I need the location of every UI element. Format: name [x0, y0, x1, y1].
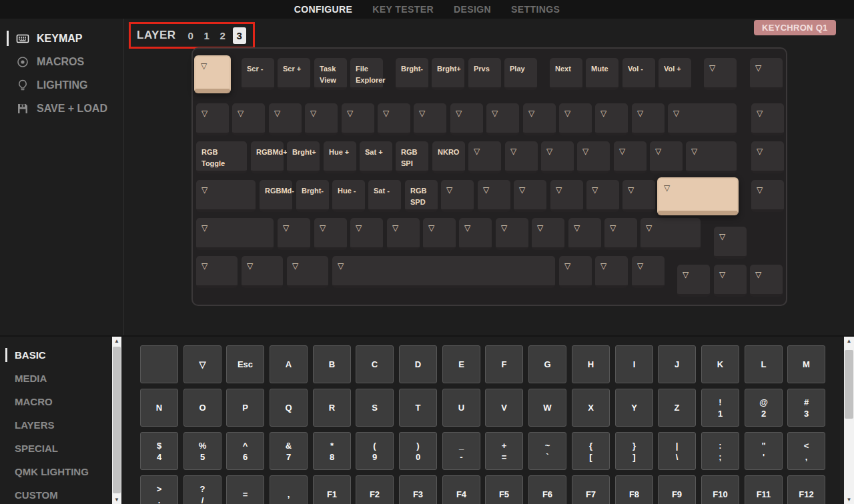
picker-key[interactable]: E: [442, 345, 480, 383]
picker-key[interactable]: >.: [140, 475, 178, 504]
keymap-key[interactable]: RGBMd-: [260, 180, 292, 212]
keymap-key[interactable]: ▽: [505, 141, 538, 173]
picker-key[interactable]: (9: [356, 432, 394, 470]
keymap-key-arrow-down[interactable]: ▽: [714, 265, 747, 297]
keymap-key[interactable]: ▽: [640, 218, 701, 250]
picker-key[interactable]: N: [140, 389, 178, 427]
keymap-key[interactable]: Brght-: [396, 58, 428, 90]
keymap-key[interactable]: Vol -: [622, 58, 655, 90]
keymap-key[interactable]: ▽: [232, 103, 265, 135]
picker-key[interactable]: W: [528, 389, 566, 427]
picker-key[interactable]: C: [356, 345, 394, 383]
keymap-key[interactable]: RGBSPI: [396, 141, 428, 173]
sidebar-item-keymap[interactable]: KEYMAP: [0, 27, 123, 50]
keymap-key[interactable]: Scr -: [242, 58, 274, 90]
keymap-key[interactable]: ▽: [414, 103, 446, 135]
keymap-key[interactable]: Hue +: [324, 141, 356, 173]
picker-key[interactable]: ▽: [183, 345, 222, 383]
picker-key[interactable]: |\: [658, 432, 696, 470]
keymap-key[interactable]: FileExplorer: [350, 58, 383, 90]
picker-key[interactable]: F3: [399, 475, 437, 504]
picker-key[interactable]: Q: [270, 389, 308, 427]
keymap-key[interactable]: ▽: [196, 218, 274, 250]
picker-key[interactable]: Z: [658, 389, 696, 427]
keymap-key[interactable]: Brght-: [296, 180, 329, 212]
picker-key[interactable]: G: [528, 345, 566, 383]
picker-key[interactable]: <,: [787, 432, 825, 470]
picker-key[interactable]: F5: [485, 475, 523, 504]
keymap-key[interactable]: ▽: [486, 103, 519, 135]
keymap-key[interactable]: Next: [550, 58, 582, 90]
keymap-key[interactable]: RGBMd+: [251, 141, 284, 173]
keymap-key[interactable]: ▽: [751, 141, 784, 173]
keymap-key[interactable]: ▽: [342, 103, 374, 135]
sidebar-item-lighting[interactable]: LIGHTING: [0, 73, 123, 97]
keymap-key[interactable]: ▽: [196, 180, 256, 212]
layer-option-2[interactable]: 2: [215, 27, 231, 44]
tab-key-tester[interactable]: KEY TESTER: [372, 4, 434, 15]
layer-option-1[interactable]: 1: [199, 27, 215, 44]
picker-key[interactable]: *8: [313, 432, 351, 470]
picker-key[interactable]: U: [442, 389, 480, 427]
keymap-key[interactable]: ▽: [550, 180, 583, 212]
picker-key[interactable]: K: [701, 345, 739, 383]
picker-key[interactable]: F6: [528, 475, 566, 504]
picker-key[interactable]: P: [226, 389, 264, 427]
keymap-key[interactable]: Hue -: [332, 180, 365, 212]
keymap-key[interactable]: ▽: [614, 141, 647, 173]
keymap-key[interactable]: Sat -: [368, 180, 401, 212]
category-media[interactable]: MEDIA: [0, 367, 112, 390]
keymap-key[interactable]: RGBSPD: [405, 180, 438, 212]
keymap-key-arrow-right[interactable]: ▽: [750, 265, 783, 297]
keymap-key[interactable]: ▽: [559, 103, 592, 135]
picker-key[interactable]: S: [356, 389, 394, 427]
picker-key[interactable]: !1: [701, 389, 739, 427]
picker-key[interactable]: %5: [183, 432, 222, 470]
keymap-key[interactable]: Sat +: [360, 141, 392, 173]
picker-key[interactable]: }]: [615, 432, 653, 470]
keymap-key[interactable]: Brght+: [287, 141, 320, 173]
scroll-up-icon[interactable]: ▲: [844, 337, 854, 345]
tab-design[interactable]: DESIGN: [454, 4, 491, 15]
keymap-key[interactable]: ▽: [441, 180, 474, 212]
keymap-key[interactable]: ▽: [595, 103, 628, 135]
picker-key[interactable]: Esc: [226, 345, 264, 383]
keymap-key[interactable]: ▽: [632, 103, 665, 135]
keymap-key[interactable]: ▽: [287, 256, 328, 288]
picker-key[interactable]: O: [183, 389, 222, 427]
keymap-key-arrow-left[interactable]: ▽: [677, 265, 710, 297]
keymap-key[interactable]: ▽: [450, 103, 483, 135]
keymap-key[interactable]: ▽: [577, 141, 610, 173]
categories-scrollbar[interactable]: ▲ ▼: [112, 337, 121, 504]
keymap-key[interactable]: ▽: [568, 218, 601, 250]
keymap-key[interactable]: ▽: [686, 141, 737, 173]
category-layers[interactable]: LAYERS: [0, 413, 112, 437]
picker-key[interactable]: R: [313, 389, 351, 427]
picker-key[interactable]: M: [787, 345, 825, 383]
keymap-key-knob[interactable]: ▽: [750, 58, 783, 90]
picker-key[interactable]: ?/: [183, 475, 222, 504]
keymap-key[interactable]: ▽: [423, 218, 456, 250]
keymap-key[interactable]: ▽: [350, 218, 383, 250]
keymap-key[interactable]: Mute: [586, 58, 618, 90]
keymap-key[interactable]: ▽: [751, 103, 784, 135]
keymap-key[interactable]: ▽: [242, 256, 283, 288]
picker-key[interactable]: +=: [485, 432, 523, 470]
keymap-key[interactable]: ▽: [751, 180, 784, 212]
keymap-key[interactable]: ▽: [378, 103, 410, 135]
tab-configure[interactable]: CONFIGURE: [294, 4, 353, 15]
picker-key[interactable]: I: [615, 345, 653, 383]
keymap-key[interactable]: ▽: [604, 218, 637, 250]
picker-key[interactable]: A: [270, 345, 308, 383]
picker-key[interactable]: @2: [745, 389, 783, 427]
keymap-key[interactable]: Prvs: [468, 58, 501, 90]
picker-key[interactable]: V: [485, 389, 523, 427]
picker-key[interactable]: J: [658, 345, 696, 383]
picker-key[interactable]: F2: [356, 475, 394, 504]
picker-key[interactable]: F: [485, 345, 523, 383]
picker-key[interactable]: {[: [572, 432, 610, 470]
keymap-key-selected[interactable]: ▽: [194, 55, 231, 93]
picker-key[interactable]: _-: [442, 432, 480, 470]
picker-key[interactable]: D: [399, 345, 437, 383]
picker-key[interactable]: F9: [658, 475, 696, 504]
